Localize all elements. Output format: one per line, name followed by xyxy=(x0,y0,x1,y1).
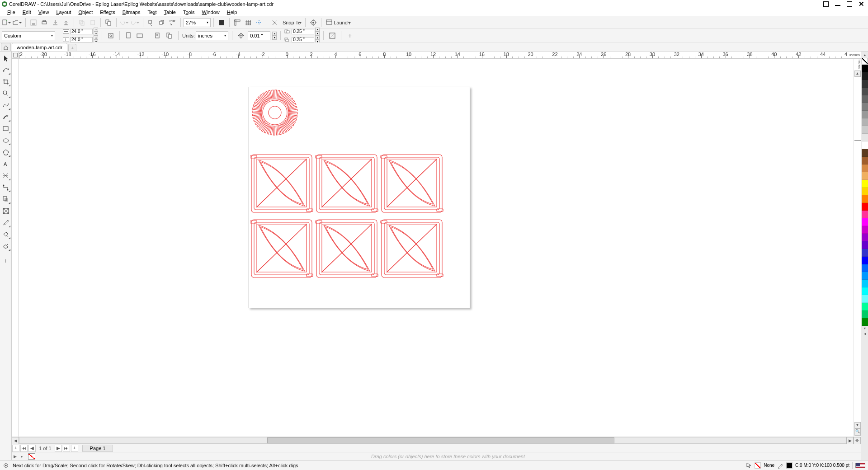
fullscreen-button[interactable] xyxy=(217,18,226,28)
palette-menu-icon[interactable]: ▸ xyxy=(21,454,26,459)
menu-window[interactable]: Window xyxy=(198,8,223,16)
color-swatch[interactable] xyxy=(862,111,868,118)
color-swatch[interactable] xyxy=(862,211,868,218)
drawing-canvas[interactable] xyxy=(19,59,854,437)
search-content-button[interactable] xyxy=(157,18,167,28)
hscroll-track[interactable] xyxy=(19,437,846,444)
no-fill-swatch[interactable] xyxy=(28,453,35,460)
fill-swatch-icon[interactable] xyxy=(755,462,761,469)
color-swatch[interactable] xyxy=(862,295,868,303)
shape-tool[interactable] xyxy=(1,65,11,75)
no-color-swatch[interactable] xyxy=(862,58,868,64)
color-swatch[interactable] xyxy=(862,310,868,318)
navigator-button[interactable]: ✥ xyxy=(854,437,861,444)
color-swatch[interactable] xyxy=(862,149,868,157)
color-swatch[interactable] xyxy=(862,180,868,188)
ellipse-tool[interactable] xyxy=(1,136,11,146)
treat-as-filled-button[interactable] xyxy=(327,31,337,41)
launch-button[interactable]: Launch xyxy=(324,18,352,28)
add-tool-button[interactable]: + xyxy=(1,256,11,266)
menu-table[interactable]: Table xyxy=(160,8,179,16)
maximize-button[interactable] xyxy=(844,1,854,7)
nudge-distance[interactable] xyxy=(248,31,270,40)
customize-icon[interactable] xyxy=(3,462,9,469)
language-flag-icon[interactable] xyxy=(855,463,865,468)
color-swatch[interactable] xyxy=(862,241,868,249)
menu-object[interactable]: Object xyxy=(75,8,96,16)
color-swatch[interactable] xyxy=(862,141,868,149)
open-button[interactable] xyxy=(13,18,23,28)
color-swatch[interactable] xyxy=(862,157,868,164)
color-swatch[interactable] xyxy=(862,95,868,103)
show-guidelines-button[interactable] xyxy=(254,18,264,28)
prev-page-button[interactable]: ◀ xyxy=(28,445,36,452)
menu-view[interactable]: View xyxy=(35,8,53,16)
dup-x-spinner[interactable]: ▴▾ xyxy=(315,28,320,36)
first-page-button[interactable]: ⏮ xyxy=(20,445,28,452)
clone-button[interactable] xyxy=(104,18,113,28)
color-swatch[interactable] xyxy=(862,164,868,172)
color-swatch[interactable] xyxy=(862,287,868,295)
color-swatch[interactable] xyxy=(862,218,868,226)
paste-button[interactable] xyxy=(88,18,98,28)
color-swatch[interactable] xyxy=(862,249,868,257)
polygon-tool[interactable] xyxy=(1,147,11,157)
minimize-button[interactable] xyxy=(833,1,843,7)
menu-edit[interactable]: Edit xyxy=(19,8,35,16)
color-swatch[interactable] xyxy=(862,188,868,195)
crop-tool[interactable] xyxy=(1,77,11,87)
color-swatch[interactable] xyxy=(862,103,868,111)
color-swatch[interactable] xyxy=(862,280,868,287)
zoom-quick-button[interactable]: 🔍 xyxy=(854,428,861,436)
new-button[interactable] xyxy=(2,18,12,28)
artistic-media-tool[interactable] xyxy=(1,112,11,122)
drop-shadow-tool[interactable] xyxy=(1,194,11,204)
show-rulers-button[interactable] xyxy=(232,18,242,28)
horizontal-ruler[interactable]: -22-20-18-16-14-12-10-8-6-4-202468101214… xyxy=(19,52,847,59)
color-swatch[interactable] xyxy=(862,226,868,234)
current-page-button[interactable] xyxy=(153,31,163,41)
dup-y[interactable] xyxy=(292,37,314,42)
redo-button[interactable] xyxy=(130,18,140,28)
palette-down-button[interactable]: ▾ xyxy=(862,326,868,331)
save-button[interactable] xyxy=(28,18,38,28)
color-swatch[interactable] xyxy=(862,264,868,272)
scroll-down-button[interactable]: ▼ xyxy=(854,422,861,428)
menu-text[interactable]: Text xyxy=(144,8,160,16)
scroll-up-button[interactable]: ▲ xyxy=(854,70,861,77)
page-tab[interactable]: Page 1 xyxy=(82,445,113,452)
hscroll-thumb[interactable] xyxy=(267,437,614,443)
parallel-dimension-tool[interactable] xyxy=(1,171,11,181)
color-swatch[interactable] xyxy=(862,134,868,141)
zoom-tool[interactable] xyxy=(1,89,11,99)
sysmenu-button[interactable] xyxy=(821,1,831,7)
welcome-tab[interactable] xyxy=(1,43,11,51)
color-swatch[interactable] xyxy=(862,80,868,88)
color-swatch[interactable] xyxy=(862,126,868,134)
menu-help[interactable]: Help xyxy=(223,8,241,16)
snap-off-button[interactable] xyxy=(270,18,280,28)
page-width[interactable] xyxy=(70,29,93,34)
pdf-button[interactable]: PDF↘ xyxy=(168,18,178,28)
menu-effects[interactable]: Effects xyxy=(96,8,118,16)
auto-fit-button[interactable] xyxy=(106,31,116,41)
color-swatch[interactable] xyxy=(862,88,868,95)
scroll-right-button[interactable]: ▶ xyxy=(846,437,854,444)
portrait-button[interactable] xyxy=(123,31,133,41)
new-document-tab[interactable]: + xyxy=(68,44,76,51)
palette-flyout-button[interactable]: ◂ xyxy=(862,331,868,337)
print-button[interactable] xyxy=(39,18,49,28)
last-page-button[interactable]: ⏭ xyxy=(63,445,70,452)
color-swatch[interactable] xyxy=(862,272,868,280)
vertical-scrollbar[interactable]: ▲ ▼ 🔍 xyxy=(854,70,861,437)
undo-button[interactable] xyxy=(119,18,129,28)
options-button[interactable] xyxy=(308,18,318,28)
menu-tools[interactable]: Tools xyxy=(179,8,198,16)
horizontal-scrollbar[interactable]: ◀ ▶ ✥ xyxy=(12,437,861,444)
zoom-level[interactable]: 27%▾ xyxy=(184,18,211,27)
rectangle-tool[interactable] xyxy=(1,124,11,134)
text-tool[interactable]: A xyxy=(1,159,11,169)
all-pages-button[interactable] xyxy=(165,31,175,41)
color-swatch[interactable] xyxy=(862,118,868,126)
pick-tool[interactable] xyxy=(1,53,11,63)
